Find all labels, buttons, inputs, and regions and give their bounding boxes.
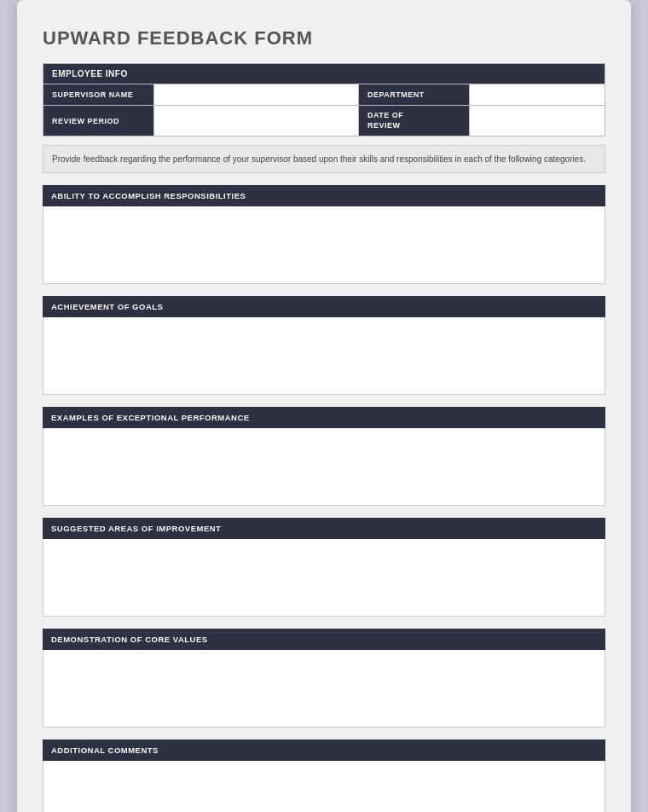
section-header-comments: ADDITIONAL COMMENTS — [43, 740, 605, 761]
instructions-text: Provide feedback regarding the performan… — [43, 146, 605, 172]
review-period-label: REVIEW PERIOD — [43, 106, 154, 136]
section-header-goals: ACHIEVEMENT OF GOALS — [43, 296, 605, 317]
section-body-core_values[interactable] — [43, 650, 605, 728]
page-container: UPWARD FEEDBACK FORM EMPLOYEE INFO SUPER… — [17, 0, 631, 812]
employee-info-table: EMPLOYEE INFO SUPERVISOR NAME DEPARTMENT… — [43, 63, 605, 136]
section-body-improvement[interactable] — [43, 539, 605, 617]
section-textarea-accomplish[interactable] — [52, 213, 596, 273]
supervisor-name-input[interactable] — [163, 90, 350, 100]
section-textarea-core_values[interactable] — [52, 657, 596, 716]
section-textarea-comments[interactable] — [52, 768, 596, 812]
supervisor-name-value[interactable] — [154, 84, 359, 106]
date-of-review-value[interactable] — [470, 106, 605, 136]
form-title: UPWARD FEEDBACK FORM — [43, 27, 605, 49]
section-core_values: DEMONSTRATION OF CORE VALUES — [43, 629, 605, 728]
section-body-exceptional[interactable] — [43, 428, 605, 506]
sections-container: ABILITY TO ACCOMPLISH RESPONSIBILITIESAC… — [43, 185, 605, 812]
review-period-input[interactable] — [163, 116, 350, 126]
section-textarea-improvement[interactable] — [52, 546, 596, 606]
section-goals: ACHIEVEMENT OF GOALS — [43, 296, 605, 395]
section-improvement: SUGGESTED AREAS OF IMPROVEMENT — [43, 518, 605, 617]
section-accomplish: ABILITY TO ACCOMPLISH RESPONSIBILITIES — [43, 185, 605, 284]
section-comments: ADDITIONAL COMMENTS — [43, 740, 605, 812]
section-textarea-goals[interactable] — [52, 324, 596, 384]
instructions-section: Provide feedback regarding the performan… — [43, 145, 605, 173]
section-body-comments[interactable] — [43, 761, 605, 812]
section-header-accomplish: ABILITY TO ACCOMPLISH RESPONSIBILITIES — [43, 185, 605, 206]
date-of-review-input[interactable] — [478, 116, 596, 126]
section-textarea-exceptional[interactable] — [52, 435, 596, 495]
section-header-core_values: DEMONSTRATION OF CORE VALUES — [43, 629, 605, 650]
section-header-exceptional: EXAMPLES OF EXCEPTIONAL PERFORMANCE — [43, 407, 605, 428]
date-of-review-label: DATE OFREVIEW — [359, 106, 470, 136]
review-period-value[interactable] — [154, 106, 359, 136]
department-label: DEPARTMENT — [359, 84, 470, 106]
section-body-accomplish[interactable] — [43, 206, 605, 284]
section-header-improvement: SUGGESTED AREAS OF IMPROVEMENT — [43, 518, 605, 539]
department-value[interactable] — [470, 84, 605, 106]
section-exceptional: EXAMPLES OF EXCEPTIONAL PERFORMANCE — [43, 407, 605, 506]
supervisor-name-label: SUPERVISOR NAME — [43, 84, 154, 106]
employee-info-header: EMPLOYEE INFO — [43, 64, 605, 84]
department-input[interactable] — [478, 90, 596, 100]
section-body-goals[interactable] — [43, 317, 605, 395]
